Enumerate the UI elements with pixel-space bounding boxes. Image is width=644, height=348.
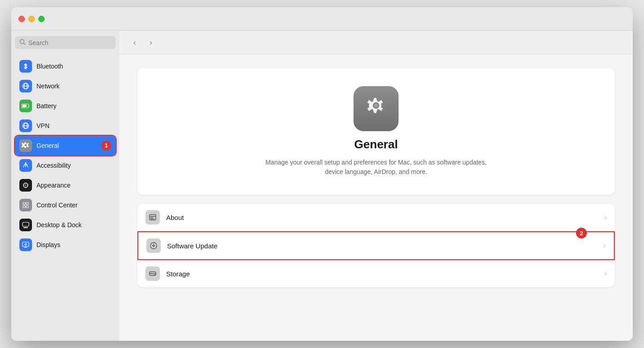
vpn-label: VPN [36,122,50,129]
vpn-icon [19,119,32,132]
sidebar-item-accessibility[interactable]: Accessibility [15,156,116,175]
network-icon [19,80,32,92]
content-area: ‹ › General Manage your [119,31,633,341]
about-icon [145,210,160,224]
svg-rect-15 [23,206,25,208]
storage-label: Storage [166,270,598,278]
svg-rect-6 [23,105,27,107]
close-button[interactable] [18,16,25,22]
maximize-button[interactable] [38,16,45,22]
battery-label: Battery [36,102,56,110]
displays-icon [19,238,32,251]
minimize-button[interactable] [28,16,35,22]
sidebar-item-appearance[interactable]: Appearance [15,175,116,195]
section-description: Manage your overall setup and preference… [263,158,489,177]
sidebar-item-control-center[interactable]: Control Center [15,195,116,215]
sidebar-item-desktop-dock[interactable]: Desktop & Dock [15,215,116,235]
software-update-label: Software Update [167,242,597,250]
storage-icon [145,266,160,281]
displays-label: Displays [36,241,60,248]
back-button[interactable]: ‹ [128,36,141,49]
accessibility-icon [19,159,32,172]
software-update-chevron: › [603,242,606,250]
step-2-badge: 2 [576,228,587,238]
battery-icon [19,100,32,112]
app-icon [354,86,399,131]
search-bar[interactable] [15,36,116,49]
settings-row-software-update[interactable]: Software Update › 2 [137,231,615,260]
svg-rect-18 [23,227,28,228]
about-chevron: › [604,213,607,221]
general-label: General [36,142,59,149]
svg-rect-19 [23,242,29,247]
svg-line-1 [24,43,26,45]
sidebar-item-network[interactable]: Network [15,76,116,96]
main-layout: Bluetooth Network [11,31,633,341]
sidebar-item-vpn[interactable]: VPN [15,116,116,136]
storage-chevron: › [604,270,607,278]
accessibility-label: Accessibility [36,162,71,169]
svg-rect-17 [23,222,29,226]
control-center-label: Control Center [36,201,77,209]
desktop-dock-icon [19,219,32,231]
svg-point-20 [25,243,27,245]
forward-button[interactable]: › [145,36,157,49]
sidebar-item-battery[interactable]: Battery [15,96,116,116]
search-input[interactable] [28,39,111,46]
svg-point-31 [154,275,155,275]
header-card: General Manage your overall setup and pr… [137,68,615,195]
svg-rect-16 [26,206,28,208]
appearance-icon [19,179,32,192]
control-center-icon [19,199,32,211]
desktop-dock-label: Desktop & Dock [36,221,82,229]
settings-row-about[interactable]: About › [137,204,615,231]
sidebar-item-bluetooth[interactable]: Bluetooth [15,56,116,76]
appearance-label: Appearance [36,182,71,189]
svg-point-11 [25,162,27,164]
svg-rect-13 [23,202,25,205]
sidebar: Bluetooth Network [11,31,119,341]
settings-row-storage[interactable]: Storage › [137,260,615,287]
search-icon [19,39,26,46]
svg-rect-25 [150,217,153,218]
content-body: General Manage your overall setup and pr… [119,55,633,301]
system-settings-window: Bluetooth Network [11,7,633,341]
traffic-lights [18,16,45,22]
about-label: About [166,214,598,221]
general-icon [19,139,32,152]
svg-point-22 [374,104,378,108]
bluetooth-icon [19,60,32,73]
network-label: Network [36,82,59,90]
section-title: General [354,137,398,151]
svg-rect-14 [26,202,28,205]
titlebar [11,7,633,31]
settings-list: About › Software Update [137,204,615,287]
svg-rect-26 [150,219,154,220]
svg-point-10 [25,144,27,147]
general-badge: 1 [101,141,111,151]
sidebar-item-displays[interactable]: Displays [15,235,116,255]
software-update-icon [146,238,161,253]
bluetooth-label: Bluetooth [36,63,63,70]
content-nav: ‹ › [119,31,633,55]
sidebar-item-general[interactable]: General 1 [15,136,116,156]
